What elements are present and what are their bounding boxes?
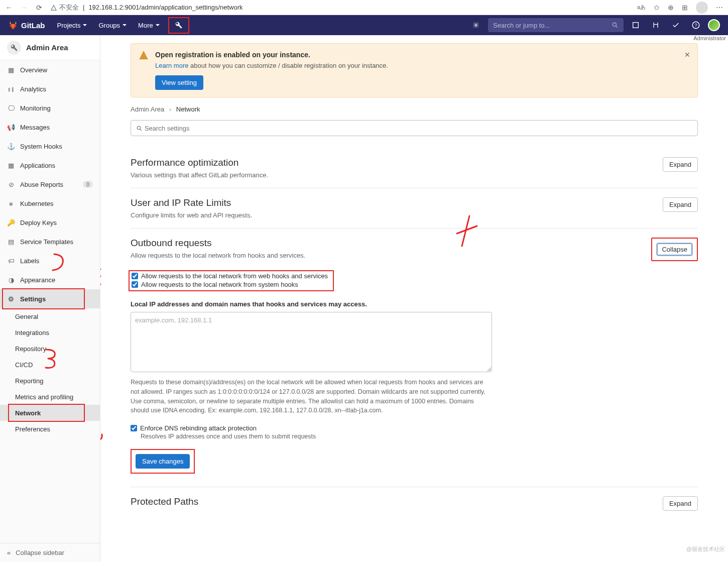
nav-projects[interactable]: Projects bbox=[52, 15, 93, 35]
more-icon[interactable]: ⋯ bbox=[716, 4, 723, 12]
sidebar-sub-general[interactable]: General bbox=[0, 308, 100, 324]
sidebar-sub-preferences[interactable]: Preferences bbox=[0, 421, 100, 437]
sidebar-title: Admin Area bbox=[26, 43, 68, 52]
monitor-icon: 🖵 bbox=[7, 104, 15, 112]
sidebar-sub-metrics[interactable]: Metrics and profiling bbox=[0, 389, 100, 405]
collapse-outbound-button[interactable]: Collapse bbox=[656, 243, 693, 256]
abuse-icon: ⊘ bbox=[7, 180, 15, 188]
new-dropdown[interactable] bbox=[468, 17, 484, 33]
sidebar-item-appearance[interactable]: ◑Appearance bbox=[0, 270, 100, 289]
nav-more[interactable]: More bbox=[133, 15, 165, 35]
gitlab-logo-icon bbox=[8, 20, 18, 30]
section-title: Outbound requests bbox=[131, 238, 651, 249]
sidebar-item-settings[interactable]: ⚙Settings bbox=[0, 289, 100, 308]
back-button[interactable]: ← bbox=[5, 4, 13, 12]
key-icon: 🔑 bbox=[7, 218, 15, 227]
expand-performance-button[interactable]: Expand bbox=[663, 157, 698, 172]
search-settings-input[interactable] bbox=[145, 125, 692, 132]
section-desc: Various settings that affect GitLab perf… bbox=[131, 171, 653, 179]
expand-protected-paths-button[interactable]: Expand bbox=[663, 496, 698, 511]
insecure-label: 不安全 bbox=[59, 3, 79, 12]
global-search[interactable] bbox=[488, 18, 624, 32]
view-setting-button[interactable]: View setting bbox=[155, 75, 203, 90]
section-rate-limits: User and IP Rate Limits Configure limits… bbox=[131, 188, 698, 229]
forward-button[interactable]: → bbox=[20, 4, 28, 12]
sidebar-item-labels[interactable]: 🏷Labels bbox=[0, 251, 100, 270]
reload-button[interactable]: ⟳ bbox=[35, 4, 43, 12]
help-icon[interactable]: ? bbox=[688, 17, 704, 33]
abuse-count-badge: 0 bbox=[83, 181, 93, 188]
sidebar-item-applications[interactable]: ▦Applications bbox=[0, 156, 100, 175]
search-icon bbox=[136, 125, 143, 132]
profile-avatar[interactable] bbox=[696, 2, 708, 14]
translate-icon[interactable]: aあ bbox=[637, 4, 646, 11]
search-icon bbox=[612, 22, 619, 29]
breadcrumb-root[interactable]: Admin Area bbox=[131, 105, 164, 113]
merge-requests-icon[interactable] bbox=[648, 17, 664, 33]
alert-close-button[interactable]: ✕ bbox=[684, 51, 690, 59]
tag-icon: 🏷 bbox=[7, 257, 15, 265]
section-performance: Performance optimization Various setting… bbox=[131, 148, 698, 188]
sidebar-item-kubernetes[interactable]: ⎈Kubernetes bbox=[0, 194, 100, 213]
section-title: User and IP Rate Limits bbox=[131, 197, 653, 208]
learn-more-link[interactable]: Learn more bbox=[155, 62, 188, 69]
allow-system-hooks-checkbox[interactable] bbox=[132, 281, 138, 288]
sidebar-item-monitoring[interactable]: 🖵Monitoring bbox=[0, 98, 100, 118]
extensions-icon[interactable]: ⊞ bbox=[682, 4, 688, 12]
sidebar-item-analytics[interactable]: ⫾⫿Analytics bbox=[0, 79, 100, 98]
sidebar-item-messages[interactable]: 📢Messages bbox=[0, 118, 100, 137]
sidebar-sub-reporting[interactable]: Reporting bbox=[0, 373, 100, 389]
svg-text:?: ? bbox=[694, 23, 697, 28]
url-text: 192.168.1.2:9001/admin/application_setti… bbox=[88, 4, 242, 11]
sidebar-item-service-templates[interactable]: ▤Service Templates bbox=[0, 232, 100, 251]
insecure-badge: 不安全 bbox=[50, 3, 79, 12]
sidebar-item-deploy-keys[interactable]: 🔑Deploy Keys bbox=[0, 213, 100, 232]
dns-rebinding-help: Resolves IP addresses once and uses them… bbox=[141, 433, 492, 440]
allowlist-textarea[interactable] bbox=[131, 312, 492, 372]
expand-rate-limits-button[interactable]: Expand bbox=[663, 197, 698, 212]
search-input[interactable] bbox=[493, 22, 612, 29]
nav-groups[interactable]: Groups bbox=[93, 15, 132, 35]
allow-system-hooks-label: Allow requests to the local network from… bbox=[141, 281, 298, 288]
wrench-icon bbox=[10, 44, 18, 52]
save-changes-button[interactable]: Save changes bbox=[136, 454, 190, 469]
chart-icon: ⫾⫿ bbox=[7, 85, 15, 93]
dns-rebinding-checkbox[interactable] bbox=[131, 425, 137, 431]
collapse-sidebar-button[interactable]: «Collapse sidebar bbox=[0, 543, 100, 562]
wrench-icon bbox=[175, 21, 183, 29]
issues-icon[interactable] bbox=[628, 17, 644, 33]
sidebar-sub-network[interactable]: Network bbox=[0, 405, 100, 421]
allow-webhooks-checkbox[interactable] bbox=[132, 273, 138, 279]
hook-icon: ⚓ bbox=[7, 142, 15, 150]
svg-point-4 bbox=[137, 126, 141, 129]
registration-alert: Open registration is enabled on your ins… bbox=[131, 43, 698, 97]
warning-icon bbox=[139, 51, 148, 60]
svg-point-0 bbox=[613, 23, 616, 26]
brand-link[interactable]: GitLab bbox=[8, 20, 45, 30]
template-icon: ▤ bbox=[7, 238, 15, 246]
sidebar-sub-repository[interactable]: Repository bbox=[0, 341, 100, 357]
admin-wrench-button[interactable] bbox=[168, 17, 189, 34]
apps-icon: ▦ bbox=[7, 161, 15, 169]
allowlist-help: Requests to these domain(s)/address(es) … bbox=[131, 378, 492, 415]
alert-text: about how you can customize / disable re… bbox=[188, 62, 388, 69]
allow-webhooks-label: Allow requests to the local network from… bbox=[141, 272, 328, 280]
brand-text: GitLab bbox=[21, 21, 45, 30]
user-avatar[interactable] bbox=[708, 19, 720, 31]
sidebar-sub-integrations[interactable]: Integrations bbox=[0, 324, 100, 341]
favorite-icon[interactable]: ✩ bbox=[654, 4, 660, 12]
address-bar[interactable]: 不安全 | 192.168.1.2:9001/admin/application… bbox=[50, 3, 630, 12]
collapse-annotation-box: Collapse bbox=[651, 238, 698, 261]
todos-icon[interactable] bbox=[668, 17, 684, 33]
section-protected-paths: Protected Paths Expand bbox=[131, 487, 698, 520]
appearance-icon: ◑ bbox=[7, 276, 15, 284]
sidebar-item-abuse-reports[interactable]: ⊘Abuse Reports0 bbox=[0, 175, 100, 194]
allowlist-label: Local IP addresses and domain names that… bbox=[131, 300, 492, 308]
section-outbound: Outbound requests Allow requests to the … bbox=[131, 229, 698, 487]
sidebar-item-system-hooks[interactable]: ⚓System Hooks bbox=[0, 137, 100, 156]
sidebar-header[interactable]: Admin Area bbox=[0, 35, 100, 60]
sidebar-item-overview[interactable]: ▦Overview bbox=[0, 60, 100, 79]
sidebar-sub-cicd[interactable]: CI/CD bbox=[0, 357, 100, 373]
collections-icon[interactable]: ⊕ bbox=[668, 4, 674, 12]
search-settings-box[interactable] bbox=[131, 120, 698, 136]
